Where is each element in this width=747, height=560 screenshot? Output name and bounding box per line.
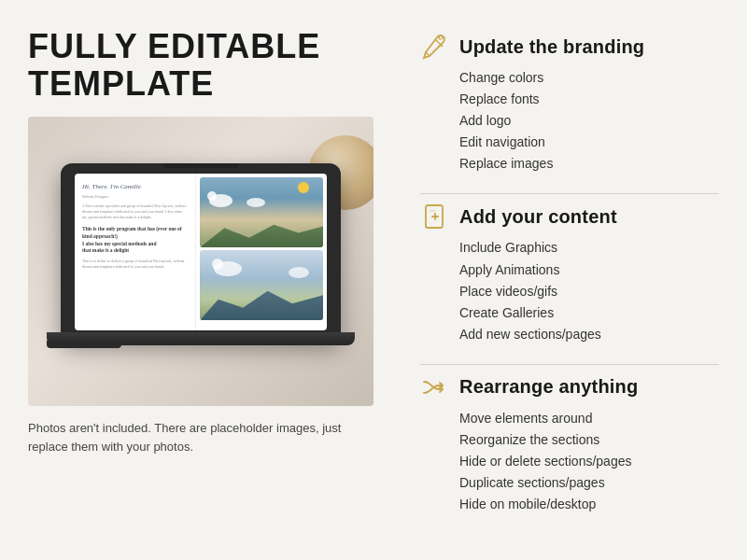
screen-footer-text: This is to define to deliver a group of … [82, 259, 188, 270]
screen-cloud-2 [247, 198, 265, 207]
screen-mountain [200, 215, 323, 247]
screen-quote: This is the only program that has (ever … [82, 226, 188, 255]
list-item: Replace images [459, 153, 719, 175]
laptop-screen: Hi, There. I'm Camille Website Designer … [75, 174, 327, 330]
left-column: FULLY EDITABLETEMPLATE Hi, There. I'm Ca… [28, 28, 392, 541]
list-item: Edit navigation [459, 132, 719, 153]
section-content-items: Include Graphics Apply Animations Place … [420, 237, 719, 344]
screen-right [196, 174, 327, 330]
divider-1 [420, 193, 719, 194]
section-content-header: Add your content [420, 202, 719, 231]
caption-text: Photos aren't included. There are placeh… [28, 419, 374, 455]
screen-image-top [200, 177, 323, 247]
section-rearrange-items: Move elements around Reorganize the sect… [420, 408, 719, 515]
screen-content: Hi, There. I'm Camille Website Designer … [75, 174, 327, 330]
screen-sun [298, 182, 309, 193]
shuffle-icon [420, 372, 450, 402]
list-item: Apply Animations [459, 259, 719, 281]
section-content: Add your content Include Graphics Apply … [420, 202, 719, 344]
list-item: Add new sections/pages [459, 324, 719, 345]
section-rearrange-title: Rearrange anything [459, 376, 638, 398]
section-rearrange: Rearrange anything Move elements around … [420, 372, 719, 515]
screen-intro: A Divi website specialist and group of b… [82, 203, 188, 220]
screen-mountain2 [200, 278, 323, 320]
laptop-notch [163, 163, 238, 168]
section-branding-items: Change colors Replace fonts Add logo Edi… [420, 67, 719, 175]
section-branding-header: Update the branding [420, 32, 719, 62]
svg-point-0 [439, 35, 443, 39]
page: FULLY EDITABLETEMPLATE Hi, There. I'm Ca… [0, 0, 747, 560]
laptop-stand [47, 341, 121, 348]
laptop-container: Hi, There. I'm Camille Website Designer … [28, 117, 374, 406]
list-item: Reorganize the sections [459, 429, 719, 451]
screen-subtitle: Website Designer [82, 194, 188, 200]
divider-2 [420, 364, 719, 365]
main-title: FULLY EDITABLETEMPLATE [28, 28, 392, 102]
list-item: Include Graphics [459, 237, 719, 259]
list-item: Hide on mobile/desktop [459, 494, 719, 515]
section-rearrange-header: Rearrange anything [420, 372, 719, 402]
laptop-base [47, 332, 355, 345]
screen-cloud-4 [289, 267, 309, 278]
section-content-title: Add your content [459, 206, 617, 228]
list-item: Add logo [459, 110, 719, 132]
file-plus-icon [420, 202, 450, 231]
laptop-mockup: Hi, There. I'm Camille Website Designer … [28, 117, 374, 406]
list-item: Create Galleries [459, 302, 719, 324]
list-item: Place videos/gifs [459, 281, 719, 302]
right-column: Update the branding Change colors Replac… [420, 28, 719, 541]
section-branding-title: Update the branding [459, 36, 644, 58]
laptop-body: Hi, There. I'm Camille Website Designer … [61, 163, 341, 341]
section-branding: Update the branding Change colors Replac… [420, 32, 719, 175]
list-item: Hide or delete sections/pages [459, 451, 719, 472]
screen-image-bottom [200, 250, 323, 320]
screen-title: Hi, There. I'm Camille [82, 183, 188, 190]
screen-left: Hi, There. I'm Camille Website Designer … [75, 174, 196, 330]
list-item: Move elements around [459, 408, 719, 429]
list-item: Replace fonts [459, 89, 719, 110]
pen-icon [420, 32, 450, 62]
list-item: Duplicate sections/pages [459, 472, 719, 494]
list-item: Change colors [459, 67, 719, 89]
